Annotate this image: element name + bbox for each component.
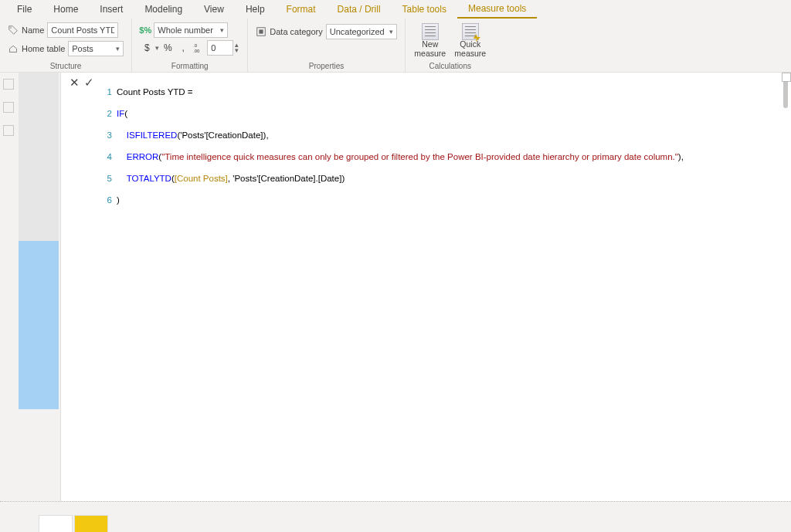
quick-measure-label: Quick measure [453,40,487,58]
quick-measure-icon [462,23,479,40]
svg-point-0 [10,27,12,29]
line-number: 5 [103,173,117,184]
visual-thumb-1[interactable] [19,73,59,241]
tab-insert[interactable]: Insert [89,1,134,18]
expand-editor-icon[interactable] [782,73,791,82]
group-structure: Name Home table Posts ▾ Structure [0,19,132,72]
tab-format[interactable]: Format [276,1,327,18]
scrollbar-vertical[interactable] [783,77,788,108]
home-table-icon [8,43,19,54]
chevron-down-icon: ▾ [116,45,120,53]
line-number: 4 [103,151,117,162]
svg-text:.00: .00 [193,49,200,53]
group-properties: Data category Uncategorized ▾ Properties [248,19,405,72]
commit-formula-button[interactable]: ✓ [84,76,94,90]
tab-modeling[interactable]: Modeling [134,1,193,18]
line-number: 2 [103,108,117,119]
svg-rect-4 [260,29,263,33]
tab-home[interactable]: Home [42,1,89,18]
main-area: ✕ ✓ 1Count Posts YTD = 2IF( 3 ISFILTERED… [0,73,791,501]
format-icon: $% [140,25,151,36]
home-table-select[interactable]: Posts ▾ [68,41,124,56]
page-tab-2[interactable] [74,515,108,532]
home-table-label: Home table [22,44,65,53]
tab-view[interactable]: View [193,1,235,18]
line-number: 1 [103,86,117,97]
data-category-select[interactable]: Uncategorized ▾ [326,24,397,39]
group-structure-label: Structure [8,60,124,70]
home-table-value: Posts [72,44,93,53]
spinner-down-icon[interactable]: ▾ [235,48,239,53]
dax-code-editor[interactable]: 1Count Posts YTD = 2IF( 3 ISFILTERED('Po… [103,73,791,501]
tab-measure-tools[interactable]: Measure tools [457,0,537,19]
line-number: 6 [103,195,117,205]
report-view-icon[interactable] [3,79,14,90]
tab-file[interactable]: File [6,1,42,18]
model-view-icon[interactable] [3,125,14,136]
new-measure-button[interactable]: New measure [413,22,447,58]
data-view-icon[interactable] [3,102,14,113]
view-rail [0,73,17,501]
selection-pane [17,73,60,501]
ribbon: Name Home table Posts ▾ Structure [0,19,791,73]
tab-help[interactable]: Help [235,1,276,18]
page-tab-1[interactable] [39,515,73,532]
group-formatting-label: Formatting [140,60,239,70]
decimals-input[interactable] [207,40,233,56]
data-category-icon [256,26,266,37]
name-label: Name [22,25,44,35]
currency-button[interactable]: $ [140,40,154,56]
page-tabs [0,501,791,532]
formula-editor: ✕ ✓ 1Count Posts YTD = 2IF( 3 ISFILTERED… [60,73,791,501]
ribbon-tabs: File Home Insert Modeling View Help Form… [0,0,791,19]
data-category-label: Data category [270,27,322,36]
percent-button[interactable]: % [161,40,175,56]
quick-measure-button[interactable]: Quick measure [453,22,487,58]
format-value: Whole number [158,25,213,35]
new-measure-label: New measure [413,40,447,58]
svg-text:.0: .0 [193,43,198,48]
chevron-down-icon[interactable]: ▾ [155,44,159,52]
data-category-value: Uncategorized [330,27,385,36]
format-select[interactable]: Whole number ▾ [154,22,228,38]
tab-data-drill[interactable]: Data / Drill [327,1,392,18]
chevron-down-icon: ▾ [220,26,224,34]
group-properties-label: Properties [256,60,396,70]
name-input[interactable] [47,22,118,38]
tab-table-tools[interactable]: Table tools [392,1,457,18]
group-formatting: $% Whole number ▾ $ ▾ % , .0.00 ▴ ▾ [132,19,248,72]
chevron-down-icon: ▾ [389,28,393,36]
line-number: 3 [103,130,117,141]
thousands-button[interactable]: , [176,40,190,56]
decimal-group-button[interactable]: .0.00 [192,40,205,56]
group-calculations-label: Calculations [413,60,487,70]
visual-thumb-2[interactable] [19,241,59,409]
cancel-formula-button[interactable]: ✕ [70,76,80,90]
tag-icon [8,25,19,36]
calculator-icon [422,23,439,40]
group-calculations: New measure Quick measure Calculations [406,19,495,72]
